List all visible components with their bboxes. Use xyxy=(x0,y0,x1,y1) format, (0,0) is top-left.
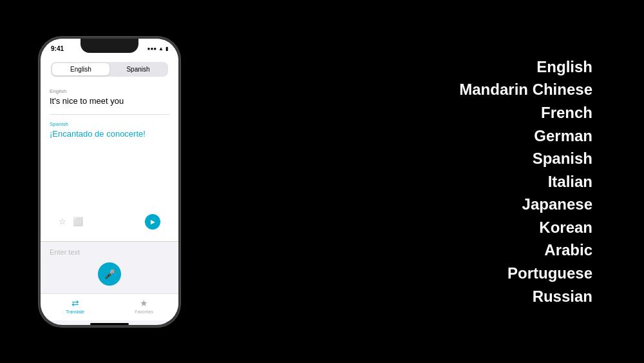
lang-tabs-inner: English Spanish xyxy=(51,62,168,77)
input-area[interactable]: Enter text 🎤 xyxy=(41,242,178,293)
page-container: 9:41 ●●● ▲ ▮ English Spanish E xyxy=(0,0,644,363)
nav-favorites-label: Favorites xyxy=(135,309,153,314)
star-icon[interactable]: ☆ xyxy=(59,217,66,226)
language-tab-bar: English Spanish xyxy=(41,57,178,82)
status-time: 9:41 xyxy=(51,45,64,52)
lang-mandarin: Mandarin Chinese xyxy=(459,79,592,101)
status-icons: ●●● ▲ ▮ xyxy=(147,46,168,52)
lang-japanese: Japanese xyxy=(522,193,592,215)
action-left: ☆ ⬜ xyxy=(59,217,83,226)
lang-arabic: Arabic xyxy=(544,239,592,261)
nav-favorites[interactable]: ★ Favorites xyxy=(135,298,153,314)
source-lang-label: English xyxy=(50,88,169,94)
lang-spanish: Spanish xyxy=(533,148,592,170)
input-placeholder: Enter text xyxy=(50,248,80,256)
lang-german: German xyxy=(534,125,592,147)
target-lang-label: Spanish xyxy=(50,121,169,127)
tab-spanish[interactable]: Spanish xyxy=(109,63,167,75)
nav-translate[interactable]: ⇄ Translate xyxy=(66,298,84,314)
phone-wrapper: 9:41 ●●● ▲ ▮ English Spanish E xyxy=(39,37,180,327)
source-text: It's nice to meet you xyxy=(50,96,169,107)
phone-notch xyxy=(80,39,138,53)
wifi-icon: ▲ xyxy=(158,46,164,52)
tab-english[interactable]: English xyxy=(52,63,109,75)
home-indicator xyxy=(90,323,129,325)
bottom-nav: ⇄ Translate ★ Favorites xyxy=(41,293,178,320)
nav-translate-label: Translate xyxy=(66,309,84,314)
copy-icon[interactable]: ⬜ xyxy=(73,217,83,226)
lang-korean: Korean xyxy=(539,217,592,239)
action-row: ☆ ⬜ ▶ xyxy=(50,209,169,235)
language-list: English Mandarin Chinese French German S… xyxy=(459,56,605,308)
translation-area: English It's nice to meet you Spanish ¡E… xyxy=(41,82,178,241)
translate-icon: ⇄ xyxy=(71,298,79,308)
lang-french: French xyxy=(541,102,592,124)
lang-portuguese: Portuguese xyxy=(507,262,592,284)
target-text: ¡Encantado de conocerte! xyxy=(50,129,169,140)
phone: 9:41 ●●● ▲ ▮ English Spanish E xyxy=(39,37,180,327)
phone-screen: 9:41 ●●● ▲ ▮ English Spanish E xyxy=(41,39,178,325)
lang-russian: Russian xyxy=(533,286,592,308)
lang-italian: Italian xyxy=(548,171,592,193)
favorites-icon: ★ xyxy=(140,298,148,308)
play-button[interactable]: ▶ xyxy=(145,214,160,230)
mic-button[interactable]: 🎤 xyxy=(98,262,121,286)
battery-icon: ▮ xyxy=(166,46,168,52)
signal-icon: ●●● xyxy=(147,46,157,52)
lang-english: English xyxy=(536,56,592,78)
divider xyxy=(50,114,169,115)
